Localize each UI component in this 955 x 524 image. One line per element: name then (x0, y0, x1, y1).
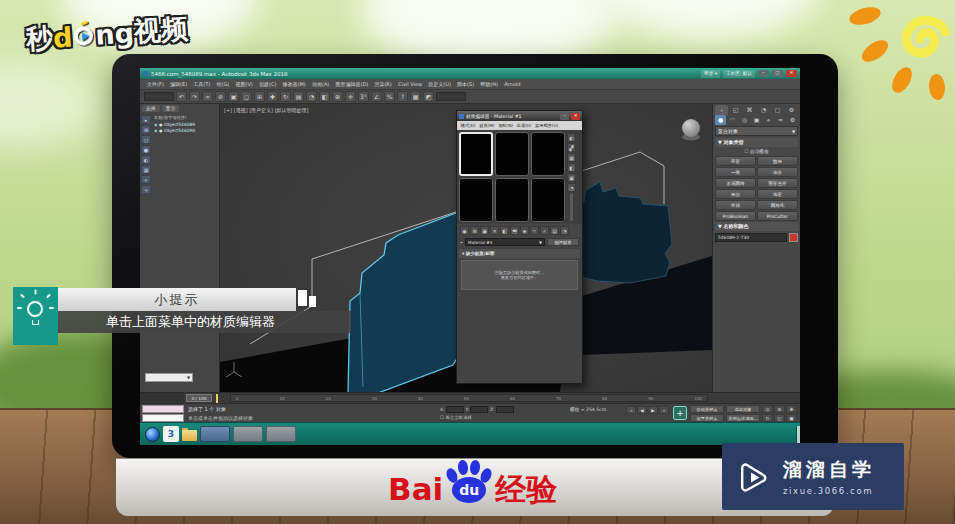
tab-display[interactable]: 显示 (162, 105, 180, 112)
material-tool-icon[interactable]: ◔ (560, 226, 569, 235)
folder-icon[interactable] (182, 430, 197, 441)
toolbar-icon[interactable]: % (384, 91, 395, 102)
panel-tab-icon[interactable]: ＋ (715, 105, 728, 115)
explorer-filter-icon[interactable]: ◐ (141, 155, 151, 164)
menu-item[interactable]: 工具(T) (190, 81, 213, 87)
primitive-button[interactable]: 放样 (715, 200, 756, 210)
object-type-rollout[interactable]: ▼ 对象类型 (715, 138, 798, 147)
toolbar-icon[interactable]: ⊘ (215, 91, 226, 102)
category-icon[interactable]: ⚙ (787, 115, 798, 125)
primitive-button[interactable]: 地形 (757, 189, 798, 199)
named-selection-field[interactable] (144, 92, 174, 101)
material-name-dropdown[interactable]: Material #4▼ (465, 238, 545, 246)
playback-button[interactable]: » (659, 406, 669, 414)
taskbar-window-thumb[interactable] (200, 426, 230, 442)
toolbar-icon[interactable]: ⊕ (332, 91, 343, 102)
menu-item[interactable]: Arnold (501, 81, 523, 87)
material-slot[interactable] (531, 132, 565, 176)
object-color-swatch[interactable] (789, 233, 798, 242)
toolbar-icon[interactable]: ↻ (280, 91, 291, 102)
menu-item[interactable]: 修改器(M) (279, 81, 308, 87)
start-button[interactable] (145, 427, 160, 442)
category-icon[interactable]: ⌖ (763, 115, 774, 125)
panel-tab-icon[interactable]: ⚙ (785, 105, 798, 115)
auto-key-button[interactable]: 自动关键点 (690, 405, 724, 413)
menu-item[interactable]: 图形编辑器(D) (332, 81, 371, 87)
set-key-button[interactable]: 设置关键点 (690, 414, 724, 422)
primitive-button[interactable]: ProCutter (757, 211, 798, 221)
menu-item[interactable]: Civil View (395, 81, 425, 87)
toolbar-icon[interactable]: ▣ (228, 91, 239, 102)
timeline-track[interactable]: 0102030405060708090100 (230, 394, 708, 402)
taskbar-3dsmax-icon[interactable]: 3 (163, 426, 179, 442)
toolbar-icon[interactable]: ∠ (371, 91, 382, 102)
slot-tool-icon[interactable]: ▞ (567, 143, 576, 152)
explorer-filter-icon[interactable]: ◻ (141, 135, 151, 144)
slot-tool-icon[interactable]: ◐ (567, 133, 576, 142)
menu-item[interactable]: 选项(O) (515, 123, 534, 128)
playback-button[interactable]: ▶ (648, 406, 658, 414)
material-slot[interactable] (459, 178, 493, 222)
menu-item[interactable]: 材质(M) (477, 123, 496, 128)
material-tool-icon[interactable]: ◉ (460, 226, 469, 235)
material-tool-icon[interactable]: ⊞ (470, 226, 479, 235)
toolbar-icon[interactable]: ✛ (345, 91, 356, 102)
toolbar-icon[interactable]: ▦ (410, 91, 421, 102)
viewport-nav-button[interactable]: ✥ (786, 405, 797, 413)
workspace-dropdown[interactable]: 工作区: 默认 (723, 70, 755, 78)
toolbar-icon[interactable]: ◩ (423, 91, 434, 102)
slot-tool-icon[interactable]: ◔ (567, 183, 576, 192)
material-tool-icon[interactable]: ◈ (520, 226, 529, 235)
primitive-button[interactable]: ProBoolean (715, 211, 756, 221)
scene-object-row[interactable]: ◉ ● Object546090 (154, 128, 218, 133)
panel-tab-icon[interactable]: ⌘ (743, 105, 756, 115)
panel-tab-icon[interactable]: ◔ (757, 105, 770, 115)
taskbar-window-thumb[interactable] (266, 426, 296, 442)
toolbar-icon[interactable]: ◔ (306, 91, 317, 102)
viewport-nav-button[interactable]: ↻ (762, 414, 773, 422)
material-tool-icon[interactable]: ▣ (480, 226, 489, 235)
scene-object-row[interactable]: ◉ ● Object546089 (154, 122, 218, 127)
visibility-icon[interactable]: ◉ (154, 128, 158, 133)
material-tool-icon[interactable]: ✕ (490, 226, 499, 235)
panel-tab-icon[interactable]: ▢ (771, 105, 784, 115)
toolbar-icon[interactable]: ▤ (293, 91, 304, 102)
menu-item[interactable]: 编辑(E) (167, 81, 190, 87)
primitive-button[interactable]: 图形合并 (757, 178, 798, 188)
toolbar-icon[interactable]: ◧ (319, 91, 330, 102)
explorer-filter-icon[interactable]: ▦ (141, 165, 151, 174)
selection-filter-field[interactable] (436, 92, 466, 101)
menu-item[interactable]: 帮助(H) (477, 81, 501, 87)
category-icon[interactable]: ◎ (739, 115, 750, 125)
toolbar-icon[interactable]: ◻ (241, 91, 252, 102)
toolbar-icon[interactable]: ∞ (202, 91, 213, 102)
material-slot[interactable] (531, 178, 565, 222)
material-tool-icon[interactable]: ⌗ (530, 226, 539, 235)
material-tool-icon[interactable]: ◧ (500, 226, 509, 235)
signin-dropdown[interactable]: 登录 ▾ (701, 70, 720, 78)
explorer-filter-icon[interactable]: ▸ (141, 115, 151, 124)
menu-item[interactable]: 模式(D) (459, 123, 477, 128)
material-tool-icon[interactable]: ▤ (550, 226, 559, 235)
material-slot[interactable] (495, 132, 529, 176)
material-slot-selected[interactable] (459, 132, 493, 176)
toolbar-icon[interactable]: ⊞ (254, 91, 265, 102)
category-icon[interactable]: ≈ (775, 115, 786, 125)
primitive-button[interactable]: 连接 (757, 167, 798, 177)
object-name-field[interactable]: 546089-2-730 (715, 233, 787, 242)
category-icon[interactable]: ◠ (727, 115, 738, 125)
scrollbar[interactable] (570, 193, 573, 221)
toolbar-icon[interactable]: ? (397, 91, 408, 102)
menu-item[interactable]: 导航(N) (496, 123, 514, 128)
axis-field[interactable]: Y: (466, 406, 489, 413)
visibility-icon[interactable]: ◉ (154, 122, 158, 127)
close-button[interactable]: ✕ (786, 70, 797, 77)
menu-item[interactable]: 渲染(R) (371, 81, 395, 87)
category-icon[interactable]: ▣ (751, 115, 762, 125)
menu-item[interactable]: 脚本(S) (454, 81, 477, 87)
menu-item[interactable]: 文件(F) (144, 81, 167, 87)
material-tool-icon[interactable]: ✓ (540, 226, 549, 235)
viewport-nav-button[interactable]: ◎ (762, 405, 773, 413)
panel-tab-icon[interactable]: ◱ (729, 105, 742, 115)
add-key-button[interactable]: + (673, 406, 687, 420)
